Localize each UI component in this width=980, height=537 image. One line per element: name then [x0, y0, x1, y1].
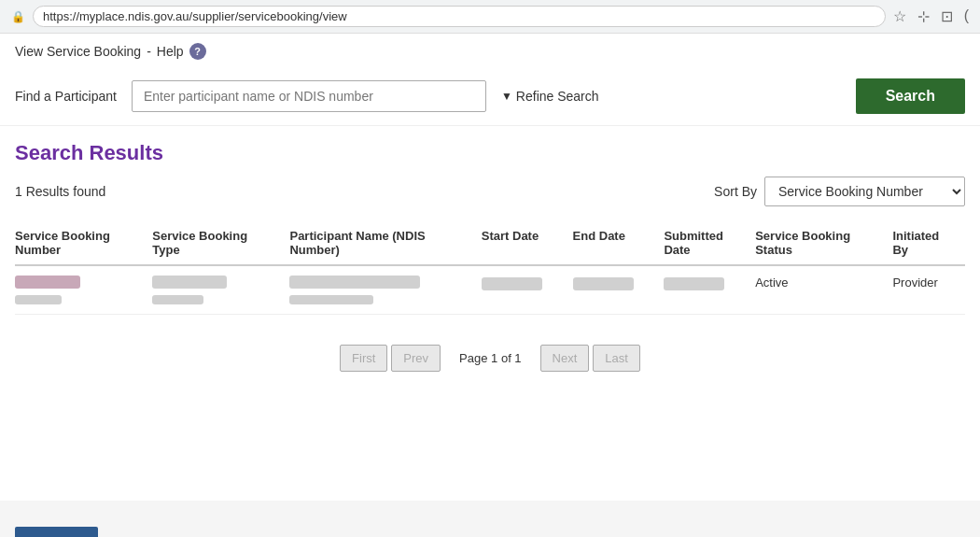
col-initiated-by: InitiatedBy — [892, 221, 965, 265]
participant-search-input[interactable] — [132, 80, 486, 112]
table-header-row: Service BookingNumber Service BookingTyp… — [15, 221, 965, 265]
cell-start-date — [482, 265, 573, 315]
footer-section: Back — [0, 508, 980, 537]
sort-select[interactable]: Service Booking Number Service Booking T… — [764, 177, 965, 206]
search-button[interactable]: Search — [856, 78, 965, 114]
page-header: View Service Booking - Help ? — [0, 34, 980, 67]
lock-icon: 🔒 — [11, 10, 25, 23]
results-table: Service BookingNumber Service BookingTyp… — [15, 221, 965, 315]
col-status: Service BookingStatus — [755, 221, 892, 265]
find-participant-label: Find a Participant — [15, 89, 117, 104]
cell-end-date — [573, 265, 665, 315]
browser-bar: 🔒 https://myplace.ndis.gov.au/supplier/s… — [0, 0, 980, 34]
page-title: View Service Booking — [15, 44, 141, 59]
col-end-date: End Date — [573, 221, 665, 265]
star-icon[interactable]: ☆ — [893, 7, 906, 25]
cell-booking-type — [152, 265, 289, 315]
cell-participant-name — [289, 265, 481, 315]
page-content: View Service Booking - Help ? Find a Par… — [0, 34, 980, 501]
sort-label: Sort By — [714, 184, 757, 199]
page-help-label: Help — [157, 44, 184, 59]
results-count: 1 Results found — [15, 184, 105, 199]
first-page-button[interactable]: First — [340, 345, 387, 372]
refine-arrow-icon: ▼ — [501, 90, 512, 103]
pagination-section: First Prev Page 1 of 1 Next Last — [0, 322, 980, 394]
col-submitted-date: SubmittedDate — [664, 221, 755, 265]
page-info: Page 1 of 1 — [444, 346, 537, 371]
refine-search-label: Refine Search — [516, 89, 599, 104]
star-filled-icon[interactable]: ⊹ — [917, 7, 930, 25]
help-icon[interactable]: ? — [189, 43, 206, 60]
cell-submitted-date — [664, 265, 755, 315]
col-booking-number: Service BookingNumber — [15, 221, 152, 265]
col-booking-type: Service BookingType — [152, 221, 289, 265]
refine-search-toggle[interactable]: ▼ Refine Search — [501, 89, 599, 104]
results-section: Search Results 1 Results found Sort By S… — [0, 126, 980, 322]
cell-status: Active — [755, 265, 892, 315]
prev-page-button[interactable]: Prev — [391, 345, 441, 372]
url-bar: https://myplace.ndis.gov.au/supplier/ser… — [33, 6, 886, 27]
last-page-button[interactable]: Last — [593, 345, 640, 372]
search-section: Find a Participant ▼ Refine Search Searc… — [0, 67, 980, 126]
cell-booking-number — [15, 265, 152, 315]
sort-section: Sort By Service Booking Number Service B… — [714, 177, 965, 206]
cell-initiated-by: Provider — [892, 265, 965, 315]
results-meta: 1 Results found Sort By Service Booking … — [15, 177, 965, 206]
browser-actions: ☆ ⊹ ⊡ ( — [893, 7, 969, 25]
menu-icon[interactable]: ( — [964, 7, 969, 25]
back-button[interactable]: Back — [15, 527, 98, 537]
results-heading: Search Results — [15, 141, 965, 165]
next-page-button[interactable]: Next — [540, 345, 590, 372]
col-participant-name: Participant Name (NDISNumber) — [289, 221, 481, 265]
tab-icon[interactable]: ⊡ — [941, 7, 953, 25]
col-start-date: Start Date — [482, 221, 573, 265]
table-row[interactable]: Active Provider — [15, 265, 965, 315]
